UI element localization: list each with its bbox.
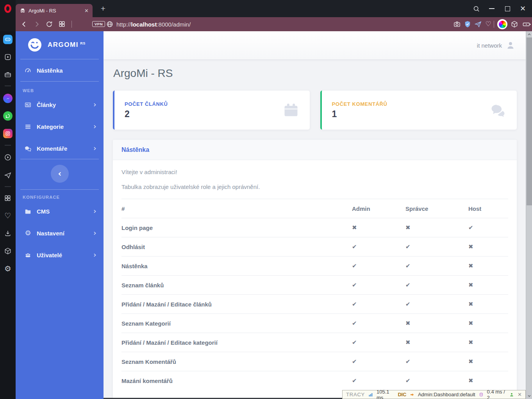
permission-label: Přidání / Mazání / Editace článků — [121, 295, 352, 314]
cross-icon: ✖ — [468, 281, 473, 288]
scroll-down-button[interactable] — [526, 393, 532, 399]
send-page-button[interactable] — [474, 20, 482, 28]
tiles-icon — [58, 20, 66, 28]
table-row: Seznam Kategorií ✔ ✖ ✖ — [121, 314, 508, 333]
sidebar-item-kategorie[interactable]: Kategorie — [16, 118, 104, 135]
player-square-icon — [4, 53, 12, 61]
sidebar-item-dashboard[interactable]: Nástěnka — [16, 62, 104, 79]
shield-button[interactable] — [464, 20, 471, 28]
sidebar-item-nastaveni[interactable]: ⚙ Nastavení — [16, 224, 104, 242]
extensions-cube-button[interactable] — [511, 20, 518, 28]
whatsapp-button[interactable] — [3, 111, 12, 121]
close-button[interactable]: ✕ — [520, 0, 526, 17]
database-icon — [479, 392, 484, 397]
sidebar-item-uzivatele[interactable]: Uživatelé — [16, 246, 104, 264]
reload-button[interactable] — [45, 20, 53, 28]
browser-tab[interactable]: ArgoMi - RS ✕ — [16, 4, 93, 17]
sidebar-item-label: Kategorie — [37, 123, 64, 130]
divider — [5, 86, 11, 86]
minimize-button[interactable] — [489, 0, 495, 17]
sidebar-item-cms[interactable]: CMS — [16, 203, 104, 220]
scrollbar-thumb[interactable] — [527, 37, 532, 205]
cross-icon: ✖ — [468, 377, 473, 384]
messenger-button[interactable] — [3, 94, 12, 103]
table-header: # Admin Správce Host — [121, 199, 508, 218]
stat-cards: POČET ČLÁNKŮ 2 POČET KOMENTÁŘŮ 1 — [113, 91, 517, 130]
sidebar-item-label: Nastavení — [37, 230, 64, 237]
permission-label: Přidání / Mazání / Editace kategorií — [121, 333, 352, 352]
panel-body: Vítejte v administraci! Tabulka zobrazuj… — [113, 160, 517, 390]
sidebar-item-komentare[interactable]: Komentáře — [16, 140, 104, 157]
battery-saver-button[interactable] — [522, 20, 532, 28]
maximize-icon — [505, 6, 510, 11]
check-icon: ✔ — [405, 281, 411, 288]
check-icon: ✔ — [352, 262, 357, 269]
telegram-button[interactable] — [4, 171, 12, 179]
vpn-badge[interactable]: VPN — [92, 21, 105, 27]
page-scrollbar[interactable] — [526, 31, 532, 399]
close-icon: ✕ — [520, 4, 526, 13]
table-row: Přidání / Mazání / Editace kategorií ✔ ✖… — [121, 333, 508, 352]
check-icon: ✔ — [405, 358, 411, 365]
scroll-up-button[interactable] — [526, 31, 532, 37]
profile-avatar[interactable] — [497, 19, 507, 29]
check-icon: ✔ — [352, 339, 357, 346]
opera-logo-icon[interactable] — [4, 4, 11, 13]
divider — [494, 21, 494, 28]
stat-card-comments: POČET KOMENTÁŘŮ 1 — [320, 91, 517, 130]
cross-icon: ✖ — [468, 358, 473, 365]
address-url[interactable]: http://localhost:8000/admin/ — [116, 17, 191, 31]
brand-smiley-icon — [27, 37, 42, 52]
player-button[interactable] — [4, 53, 12, 61]
cube-icon — [511, 20, 518, 28]
favorites-button[interactable]: ♡ — [484, 20, 492, 28]
paper-plane-icon — [474, 20, 482, 28]
tracy-route[interactable]: Admin:Dashboard:default — [418, 392, 475, 397]
sidebar-collapse-button[interactable] — [51, 165, 69, 183]
back-button[interactable] — [20, 20, 28, 28]
battery-icon — [522, 20, 532, 28]
instagram-icon — [5, 131, 11, 136]
instagram-button[interactable] — [3, 129, 12, 138]
maximize-button[interactable] — [505, 0, 510, 17]
opera-logo-area — [0, 0, 16, 31]
speed-dial-button[interactable] — [4, 194, 12, 202]
tracy-close-icon[interactable]: ✕ — [518, 392, 522, 397]
tracy-time[interactable]: 105.1 ms — [377, 389, 395, 399]
calendar-icon — [282, 102, 300, 119]
chevron-right-icon — [92, 209, 97, 214]
list-icon — [24, 123, 32, 130]
music-player-button[interactable] — [4, 153, 12, 161]
aria-button[interactable] — [3, 35, 12, 44]
new-tab-button[interactable]: + — [98, 3, 109, 14]
camera-icon — [453, 20, 461, 28]
table-row: Mazání komentářů ✔ ✔ ✖ — [121, 371, 508, 390]
tracy-db-time[interactable]: 0.4 ms / 2 — [487, 389, 506, 399]
brand[interactable]: ARGOMI RS — [27, 37, 86, 52]
user-menu[interactable]: it network — [477, 31, 516, 59]
cross-icon: ✖ — [405, 320, 411, 326]
tracy-dic-badge[interactable]: DIC — [398, 392, 407, 397]
cross-icon: ✖ — [405, 224, 411, 231]
search-button[interactable] — [473, 0, 480, 17]
user-icon[interactable] — [509, 392, 514, 397]
chat-bubbles-icon — [489, 102, 507, 119]
tab-close-icon[interactable]: ✕ — [84, 8, 89, 14]
sidebar-item-clanky[interactable]: Články — [16, 96, 104, 113]
tab-tiling-button[interactable] — [58, 20, 66, 28]
check-icon: ✔ — [352, 281, 357, 288]
table-row: Seznam Komentářů ✔ ✔ ✖ — [121, 352, 508, 371]
workspace-button[interactable] — [4, 71, 12, 78]
column-header: # — [121, 199, 352, 218]
forward-button[interactable] — [33, 20, 41, 28]
tracy-debug-bar: TRACY 105.1 ms DIC Admin:Dashboard:defau… — [342, 390, 526, 399]
crypto-wallet-button[interactable] — [4, 247, 12, 255]
snapshot-button[interactable] — [453, 20, 461, 28]
chevron-right-icon — [92, 146, 97, 151]
site-globe-button[interactable] — [106, 20, 114, 28]
settings-button[interactable]: ⚙ — [0, 264, 16, 273]
bookmarks-button[interactable]: ♡ — [0, 211, 16, 220]
check-icon: ✔ — [468, 224, 473, 231]
downloads-button[interactable] — [4, 230, 12, 237]
heart-icon: ♡ — [4, 212, 11, 220]
